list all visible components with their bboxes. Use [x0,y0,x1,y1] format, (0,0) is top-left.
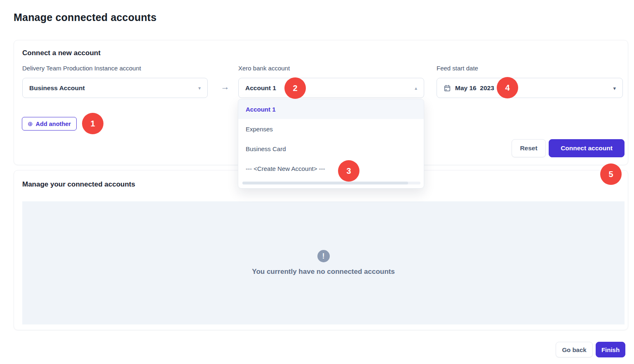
source-account-label: Delivery Team Production Instance accoun… [22,65,141,72]
finish-button[interactable]: Finish [596,342,625,357]
go-back-button[interactable]: Go back [556,342,593,357]
add-another-label: Add another [36,121,71,127]
annotation-badge-4: 4 [497,77,518,98]
feed-start-date-select[interactable]: May 16 2023 ▾ [437,78,623,98]
dropdown-option-account-1[interactable]: Account 1 [238,99,424,119]
xero-account-select[interactable]: Account 1 ▴ [238,78,424,98]
reset-button[interactable]: Reset [512,139,546,157]
source-account-select[interactable]: Business Account ▾ [22,78,208,98]
arrow-right-icon: → [219,82,231,92]
annotation-badge-1: 1 [82,113,103,134]
feed-start-date-value: May 16 2023 [455,84,494,92]
dropdown-option-expenses[interactable]: Expenses [238,119,424,139]
annotation-badge-2: 2 [284,77,306,99]
connect-account-button[interactable]: Connect account [549,139,625,157]
calendar-icon [444,84,451,92]
dropdown-option-business-card[interactable]: Business Card [238,139,424,159]
annotation-badge-5: 5 [600,163,622,185]
manage-accounts-card: Manage your connected accounts ! You cur… [14,170,628,330]
xero-account-dropdown-panel: Account 1 Expenses Business Card --- <Cr… [238,99,424,189]
empty-accounts-message: You currently have no connected accounts [252,268,394,276]
alert-icon: ! [317,250,330,262]
circle-plus-icon: ⊕ [28,121,33,127]
manage-connected-accounts-page: Manage connected accounts Connect a new … [0,0,634,364]
dropdown-horizontal-scrollbar[interactable] [242,182,420,184]
source-account-value: Business Account [29,84,85,92]
xero-account-value: Account 1 [245,84,276,92]
dropdown-scrollbar-thumb[interactable] [242,182,408,184]
empty-accounts-panel: ! You currently have no connected accoun… [22,201,625,324]
chevron-down-icon: ▾ [613,85,616,91]
connect-card-title: Connect a new account [22,49,101,57]
manage-card-title: Manage your connected accounts [22,180,135,189]
chevron-up-icon: ▴ [415,86,417,91]
annotation-badge-3: 3 [338,160,359,182]
page-title: Manage connected accounts [14,12,157,23]
add-another-button[interactable]: ⊕ Add another [22,117,77,131]
xero-account-label: Xero bank account [238,65,290,72]
dropdown-option-create-new-account[interactable]: --- <Create New Account> --- [238,159,424,178]
chevron-down-icon: ▾ [198,86,201,91]
feed-start-date-label: Feed start date [437,65,478,72]
